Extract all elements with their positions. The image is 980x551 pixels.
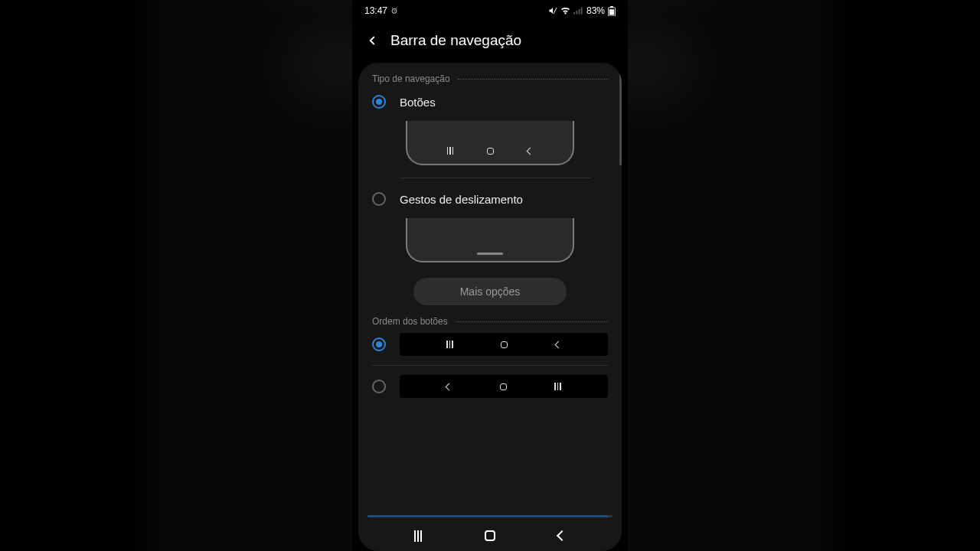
back-icon: [528, 148, 533, 154]
divider: [400, 178, 591, 178]
home-icon: [487, 148, 494, 155]
chevron-left-icon: [365, 34, 379, 47]
back-icon: [446, 384, 452, 390]
option-gestures[interactable]: Gestos de deslizamento: [358, 181, 622, 214]
svg-rect-5: [581, 7, 583, 14]
order-option-1[interactable]: [358, 327, 622, 362]
option-buttons-label: Botões: [400, 96, 436, 109]
system-nav-bar: [352, 520, 628, 551]
back-icon: [556, 342, 561, 347]
preview-buttons: [406, 121, 574, 165]
option-gestures-label: Gestos de deslizamento: [400, 193, 523, 206]
section-nav-type-label: Tipo de navegação: [372, 73, 450, 84]
home-icon: [501, 341, 508, 348]
radio-order-1[interactable]: [372, 337, 386, 351]
option-buttons[interactable]: Botões: [358, 84, 622, 116]
system-home-button[interactable]: [485, 530, 495, 541]
svg-rect-8: [609, 9, 615, 15]
gesture-indicator: [477, 253, 503, 255]
wifi-icon: [560, 7, 570, 15]
battery-icon: [608, 6, 616, 16]
video-progress[interactable]: [368, 515, 612, 517]
svg-rect-2: [573, 12, 575, 15]
order-preview-2: [400, 375, 608, 398]
recents-icon: [446, 341, 453, 348]
radio-buttons[interactable]: [372, 95, 386, 109]
back-button[interactable]: [364, 33, 380, 48]
battery-percent: 83%: [586, 5, 605, 16]
recents-icon: [554, 383, 561, 390]
status-time: 13:47: [364, 5, 387, 16]
svg-rect-4: [578, 9, 580, 14]
signal-icon: [573, 7, 583, 15]
page-title: Barra de navegação: [390, 32, 521, 49]
system-recents-button[interactable]: [414, 530, 422, 542]
mute-icon: [548, 6, 557, 15]
scrollbar[interactable]: [619, 73, 622, 165]
alarm-icon: [390, 7, 398, 15]
section-button-order-label: Ordem dos botões: [372, 316, 448, 327]
home-icon: [500, 383, 507, 390]
svg-rect-3: [576, 11, 577, 15]
page-header: Barra de navegação: [352, 21, 628, 63]
settings-card: Tipo de navegação Botões Gestos de desli…: [358, 63, 622, 551]
status-bar: 13:47 83%: [352, 0, 628, 21]
more-options-button[interactable]: Mais opções: [413, 278, 567, 305]
system-back-button[interactable]: [558, 532, 566, 540]
divider-dotted: [456, 321, 608, 322]
radio-order-2[interactable]: [372, 380, 386, 393]
radio-gestures[interactable]: [372, 192, 386, 206]
order-option-2[interactable]: [358, 369, 622, 404]
divider: [372, 365, 608, 366]
svg-line-1: [554, 8, 557, 14]
order-preview-1: [400, 333, 608, 356]
preview-gestures: [406, 218, 574, 262]
phone-screen: 13:47 83% Barra de navegação Tipo de nav…: [352, 0, 628, 551]
divider-dotted: [458, 79, 608, 80]
recents-icon: [447, 147, 454, 155]
